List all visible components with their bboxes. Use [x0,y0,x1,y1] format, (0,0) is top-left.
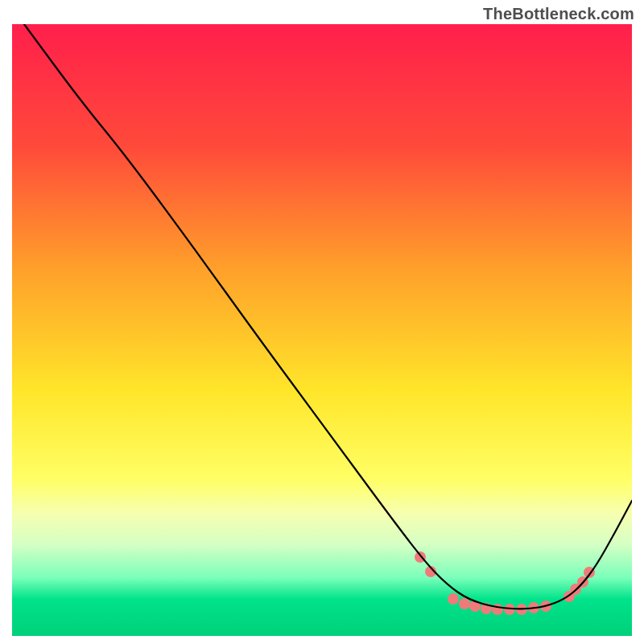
chart-svg [12,24,632,636]
plot-area [12,24,632,636]
gradient-background [12,24,632,636]
overlay-dot [459,598,470,609]
watermark-text: TheBottleneck.com [483,5,634,23]
overlay-dot [492,604,503,615]
chart-frame: TheBottleneck.com [0,0,644,644]
overlay-dot [448,593,459,605]
